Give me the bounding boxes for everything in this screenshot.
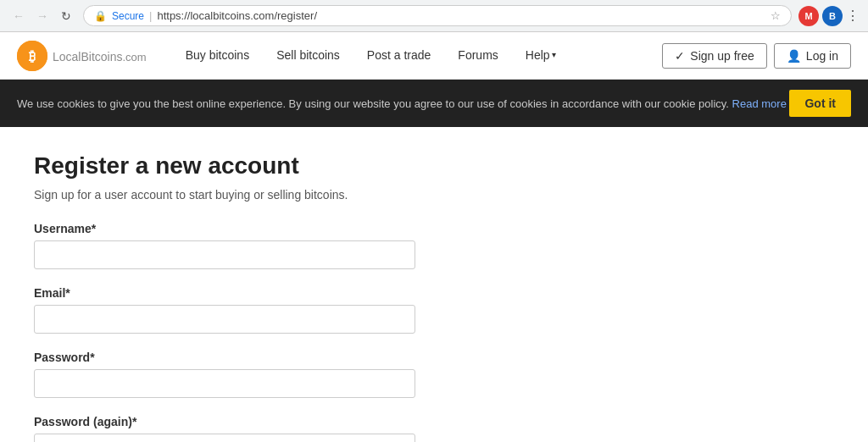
browser-toolbar: ← → ↻ 🔒 Secure | https://localbitcoins.c… xyxy=(0,0,868,31)
password-confirm-group: Password (again)* xyxy=(34,415,559,442)
user-icon: 👤 xyxy=(787,49,801,63)
nav-help[interactable]: Help xyxy=(512,32,570,80)
url-separator: | xyxy=(149,9,152,22)
password-input[interactable] xyxy=(34,369,415,398)
password-group: Password* xyxy=(34,351,559,398)
got-it-button[interactable]: Got it xyxy=(789,90,851,117)
password-confirm-input[interactable] xyxy=(34,434,415,442)
main-content: Register a new account Sign up for a use… xyxy=(0,127,593,442)
url-text: https://localbitcoins.com/register/ xyxy=(157,9,317,22)
site-navbar: ₿ LocalBitcoins.com Buy bitcoins Sell bi… xyxy=(0,32,868,80)
registration-form: Username* Email* Password* Password (aga… xyxy=(34,222,559,442)
email-group: Email* xyxy=(34,286,559,334)
browser-chrome: ← → ↻ 🔒 Secure | https://localbitcoins.c… xyxy=(0,0,868,32)
nav-buttons: ← → ↻ xyxy=(8,6,76,26)
login-button[interactable]: 👤 Log in xyxy=(774,43,851,69)
refresh-button[interactable]: ↻ xyxy=(56,6,76,26)
nav-forums[interactable]: Forums xyxy=(444,32,511,80)
signup-button[interactable]: ✓ Sign up free xyxy=(662,43,767,69)
nav-links: Buy bitcoins Sell bitcoins Post a trade … xyxy=(172,32,663,80)
logo-icon: ₿ xyxy=(17,41,47,71)
username-label: Username* xyxy=(34,222,559,235)
page-title: Register a new account xyxy=(34,152,559,180)
email-input[interactable] xyxy=(34,305,415,334)
cookie-banner: We use cookies to give you the best onli… xyxy=(0,80,868,127)
username-group: Username* xyxy=(34,222,559,269)
cookie-text: We use cookies to give you the best onli… xyxy=(17,97,789,110)
extension-m[interactable]: M xyxy=(798,6,819,26)
nav-sell-bitcoins[interactable]: Sell bitcoins xyxy=(263,32,353,80)
signup-check-icon: ✓ xyxy=(675,49,685,63)
extension-b[interactable]: B xyxy=(822,6,843,26)
secure-label: Secure xyxy=(112,10,144,22)
menu-dots[interactable]: ⋮ xyxy=(846,8,860,24)
logo-name: LocalBitcoins.com xyxy=(53,46,147,65)
page-subtitle: Sign up for a user account to start buyi… xyxy=(34,188,559,202)
forward-button[interactable]: → xyxy=(32,6,53,26)
site-logo[interactable]: ₿ LocalBitcoins.com xyxy=(17,41,147,71)
nav-buy-bitcoins[interactable]: Buy bitcoins xyxy=(172,32,263,80)
svg-text:₿: ₿ xyxy=(29,49,36,64)
lock-icon: 🔒 xyxy=(94,10,107,22)
nav-post-trade[interactable]: Post a trade xyxy=(353,32,445,80)
back-button[interactable]: ← xyxy=(8,6,29,26)
browser-extensions: M B ⋮ xyxy=(798,6,860,26)
password-confirm-label: Password (again)* xyxy=(34,415,559,428)
bookmark-icon[interactable]: ☆ xyxy=(771,9,781,22)
username-input[interactable] xyxy=(34,240,415,269)
read-more-link[interactable]: Read more xyxy=(732,97,787,110)
password-label: Password* xyxy=(34,351,559,364)
email-label: Email* xyxy=(34,286,559,300)
address-bar[interactable]: 🔒 Secure | https://localbitcoins.com/reg… xyxy=(83,5,792,26)
nav-right: ✓ Sign up free 👤 Log in xyxy=(662,43,851,69)
